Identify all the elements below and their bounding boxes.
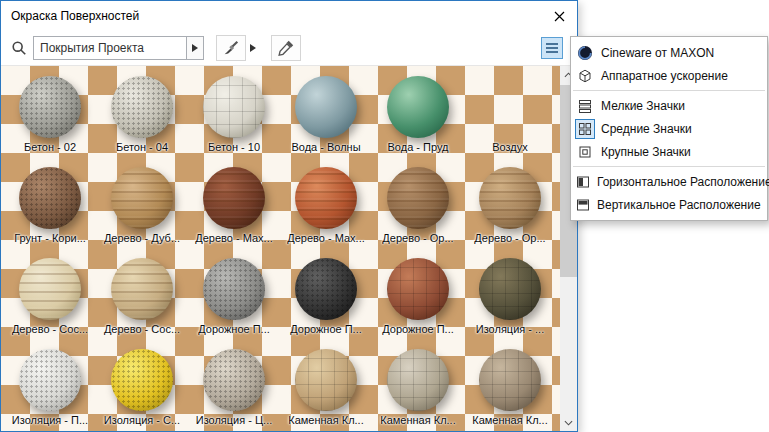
material-label: Изоляция - ... bbox=[476, 323, 544, 335]
settings-menu-button[interactable] bbox=[541, 37, 563, 59]
material-label: Вода - Пруд bbox=[388, 141, 449, 153]
material-label: Дерево - Ор... bbox=[382, 232, 453, 244]
material-item[interactable]: Дерево - Ор... bbox=[372, 163, 464, 254]
material-label: Изоляция - П... bbox=[12, 414, 88, 426]
eyedropper-button[interactable] bbox=[271, 35, 301, 61]
menu-item-medium-icons[interactable]: Средние Значки bbox=[571, 117, 767, 140]
material-item[interactable]: Изоляция - ... bbox=[464, 254, 556, 345]
menu-item-small-icons[interactable]: Мелкие Значки bbox=[571, 94, 767, 117]
material-sphere bbox=[111, 349, 173, 411]
material-sphere bbox=[479, 349, 541, 411]
close-button[interactable] bbox=[541, 1, 577, 31]
horizontal-layout-icon bbox=[575, 172, 591, 192]
material-label: Дорожное П... bbox=[290, 323, 362, 335]
material-item[interactable]: Дерево - Сос... bbox=[4, 254, 96, 345]
material-sphere bbox=[479, 167, 541, 229]
material-item[interactable]: Дорожное П... bbox=[188, 254, 280, 345]
material-item[interactable]: Бетон - 04 bbox=[96, 72, 188, 163]
toolbar bbox=[1, 31, 577, 65]
material-item[interactable]: Бетон - 02 bbox=[4, 72, 96, 163]
menu-item-label: Cineware от MAXON bbox=[601, 46, 714, 60]
material-item[interactable]: Каменная Кл... bbox=[372, 345, 464, 431]
material-label: Каменная Кл... bbox=[472, 414, 547, 426]
material-item[interactable]: Изоляция - Ц... bbox=[188, 345, 280, 431]
material-label: Дерево - Сос... bbox=[12, 323, 88, 335]
material-item[interactable]: Вода - Пруд bbox=[372, 72, 464, 163]
right-triangle-icon bbox=[250, 44, 256, 52]
page-title: Окраска Поверхностей bbox=[1, 9, 139, 23]
material-item[interactable]: Дерево - Сос... bbox=[96, 254, 188, 345]
material-label: Дерево - Ор... bbox=[474, 232, 545, 244]
material-sphere bbox=[295, 167, 357, 229]
material-sphere bbox=[203, 76, 265, 138]
materials-grid: Бетон - 02Бетон - 04Бетон - 10Вода - Вол… bbox=[1, 66, 560, 431]
eyedropper-icon bbox=[277, 39, 295, 57]
menu-item-cineware[interactable]: Cineware от MAXON bbox=[571, 41, 767, 64]
search-combo bbox=[33, 36, 204, 60]
search-icon bbox=[9, 38, 29, 58]
material-label: Вода - Волны bbox=[291, 141, 360, 153]
material-label: Дерево - Сос... bbox=[104, 323, 180, 335]
material-item[interactable]: Воздух bbox=[464, 72, 556, 163]
material-item[interactable]: Дерево - Мах... bbox=[280, 163, 372, 254]
combo-dropdown-button[interactable] bbox=[186, 37, 203, 59]
material-item[interactable]: Дорожное П... bbox=[372, 254, 464, 345]
material-sphere bbox=[387, 349, 449, 411]
material-sphere bbox=[19, 167, 81, 229]
menu-lines-icon bbox=[546, 43, 558, 53]
medium-icons-icon bbox=[575, 119, 595, 139]
material-sphere bbox=[203, 349, 265, 411]
material-sphere bbox=[295, 349, 357, 411]
material-sphere bbox=[19, 349, 81, 411]
material-item[interactable]: Дерево - Дуб... bbox=[96, 163, 188, 254]
close-icon bbox=[554, 11, 565, 22]
material-item[interactable]: Дерево - Мах... bbox=[188, 163, 280, 254]
vertical-layout-icon bbox=[575, 195, 591, 215]
surface-paint-dialog: Окраска Поверхностей bbox=[0, 0, 578, 432]
menu-item-label: Мелкие Значки bbox=[601, 99, 685, 113]
menu-item-large-icons[interactable]: Крупные Значки bbox=[571, 140, 767, 163]
material-sphere bbox=[111, 167, 173, 229]
menu-item-label: Крупные Значки bbox=[601, 145, 691, 159]
material-item[interactable]: Изоляция - С... bbox=[96, 345, 188, 431]
material-item[interactable]: Бетон - 10 bbox=[188, 72, 280, 163]
material-label: Грунт - Кори... bbox=[14, 232, 86, 244]
material-item[interactable]: Дерево - Ор... bbox=[464, 163, 556, 254]
brush-dropdown-button[interactable] bbox=[247, 36, 259, 60]
menu-item-label: Горизонтальное Расположение bbox=[597, 175, 769, 189]
right-triangle-icon bbox=[192, 44, 198, 52]
material-label: Изоляция - Ц... bbox=[196, 414, 273, 426]
material-label: Воздух bbox=[492, 141, 528, 153]
material-label: Каменная Кл... bbox=[288, 414, 363, 426]
material-item[interactable]: Дорожное П... bbox=[280, 254, 372, 345]
menu-item-vertical-layout[interactable]: Вертикальное Расположение bbox=[571, 193, 767, 216]
menu-separator bbox=[573, 166, 765, 167]
material-label: Дерево - Мах... bbox=[195, 232, 273, 244]
material-item[interactable]: Каменная Кл... bbox=[464, 345, 556, 431]
paint-brush-button[interactable] bbox=[216, 35, 246, 61]
material-label: Дерево - Дуб... bbox=[104, 232, 180, 244]
menu-item-horizontal-layout[interactable]: Горизонтальное Расположение bbox=[571, 170, 767, 193]
material-label: Дорожное П... bbox=[198, 323, 270, 335]
title-bar: Окраска Поверхностей bbox=[1, 1, 577, 31]
search-input[interactable] bbox=[34, 37, 186, 59]
material-label: Каменная Кл... bbox=[380, 414, 455, 426]
material-label: Бетон - 04 bbox=[116, 141, 168, 153]
material-sphere bbox=[19, 76, 81, 138]
menu-item-hardware-acceleration[interactable]: Аппаратное ускорение bbox=[571, 64, 767, 87]
material-item[interactable]: Изоляция - П... bbox=[4, 345, 96, 431]
menu-separator bbox=[573, 90, 765, 91]
material-item[interactable]: Каменная Кл... bbox=[280, 345, 372, 431]
menu-item-label: Аппаратное ускорение bbox=[601, 69, 728, 83]
material-sphere bbox=[111, 76, 173, 138]
scroll-down-button[interactable] bbox=[560, 414, 577, 431]
small-icons-icon bbox=[575, 96, 595, 116]
menu-item-label: Вертикальное Расположение bbox=[597, 198, 761, 212]
material-sphere bbox=[479, 258, 541, 320]
material-sphere bbox=[295, 76, 357, 138]
chevron-down-icon bbox=[564, 420, 573, 426]
material-item[interactable]: Вода - Волны bbox=[280, 72, 372, 163]
material-item[interactable]: Грунт - Кори... bbox=[4, 163, 96, 254]
material-label: Изоляция - С... bbox=[104, 414, 180, 426]
material-sphere bbox=[203, 258, 265, 320]
